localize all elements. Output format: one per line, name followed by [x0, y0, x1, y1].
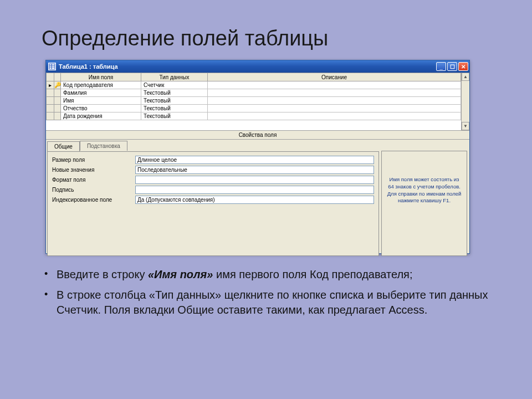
property-row[interactable]: Индексированное поле Да (Допускаются сов… [52, 195, 374, 204]
field-name-cell[interactable]: Фамилия [61, 89, 141, 97]
primary-key-icon: 🔑 [54, 81, 61, 89]
table-row[interactable]: Дата рождения Текстовый [47, 112, 469, 120]
table-row[interactable]: Имя Текстовый [47, 97, 469, 105]
tab-general[interactable]: Общие [47, 141, 80, 151]
description-cell[interactable] [208, 112, 461, 120]
table-row[interactable]: Фамилия Текстовый [47, 89, 469, 97]
data-type-cell[interactable]: Текстовый [141, 89, 208, 97]
properties-panel: Общие Подстановка Размер поля Длинное це… [47, 141, 381, 257]
row-selector[interactable] [47, 112, 54, 120]
window-title: Таблица1 : таблица [59, 63, 436, 70]
col-data-type[interactable]: Тип данных [141, 73, 208, 81]
property-label: Новые значения [52, 167, 135, 173]
field-grid: Имя поля Тип данных Описание ▸ 🔑 Код пре… [46, 73, 469, 131]
row-selector[interactable] [47, 89, 54, 97]
data-type-cell[interactable]: Счетчик [141, 81, 208, 89]
property-value[interactable] [135, 186, 374, 194]
bullet-item: В строке столбца «Тип данных» щелкните п… [40, 288, 499, 318]
scroll-track[interactable] [462, 81, 469, 122]
table-icon [48, 63, 56, 70]
vertical-scrollbar[interactable]: ▲ ▼ [461, 73, 469, 130]
hint-panel: Имя поля может состоять из 64 знаков с у… [381, 151, 467, 256]
property-label: Индексированное поле [52, 197, 135, 203]
scroll-down-button[interactable]: ▼ [462, 122, 469, 130]
slide-title: Определение полей таблицы [0, 0, 532, 55]
data-type-cell[interactable]: Текстовый [141, 112, 208, 120]
description-cell[interactable] [208, 89, 461, 97]
col-description[interactable]: Описание [208, 73, 461, 81]
tab-lookup[interactable]: Подстановка [80, 141, 127, 151]
property-row[interactable]: Формат поля [52, 175, 374, 184]
property-value[interactable]: Длинное целое [135, 156, 374, 164]
slide-bullets: Введите в строку «Имя поля» имя первого … [40, 267, 499, 323]
close-button[interactable]: ✕ [458, 62, 468, 71]
svg-rect-0 [49, 64, 55, 69]
property-value[interactable]: Последовательные [135, 166, 374, 174]
property-label: Формат поля [52, 177, 135, 183]
data-type-cell[interactable]: Текстовый [141, 97, 208, 105]
field-name-cell[interactable]: Код преподавателя [61, 81, 141, 89]
access-design-window: Таблица1 : таблица _ ☐ ✕ Имя поля Тип да… [45, 60, 470, 254]
row-selector[interactable] [47, 105, 54, 112]
key-header [54, 73, 61, 81]
properties-header: Свойства поля [46, 131, 469, 140]
bullet-item: Введите в строку «Имя поля» имя первого … [40, 267, 499, 282]
title-bar[interactable]: Таблица1 : таблица _ ☐ ✕ [46, 60, 469, 73]
minimize-button[interactable]: _ [436, 62, 446, 71]
property-row[interactable]: Новые значения Последовательные [52, 165, 374, 174]
field-name-cell[interactable]: Дата рождения [61, 112, 141, 120]
property-label: Размер поля [52, 157, 135, 163]
table-row[interactable]: ▸ 🔑 Код преподавателя Счетчик [47, 81, 469, 89]
property-label: Подпись [52, 187, 135, 193]
property-value[interactable] [135, 176, 374, 184]
description-cell[interactable] [208, 81, 461, 89]
tab-content-general: Размер поля Длинное целое Новые значения… [47, 151, 379, 256]
description-cell[interactable] [208, 97, 461, 105]
property-value[interactable]: Да (Допускаются совпадения) [135, 196, 374, 204]
description-cell[interactable] [208, 105, 461, 112]
col-field-name[interactable]: Имя поля [61, 73, 141, 81]
row-selector[interactable] [47, 97, 54, 105]
property-row[interactable]: Подпись [52, 185, 374, 194]
row-selector[interactable]: ▸ [47, 81, 54, 89]
data-type-cell[interactable]: Текстовый [141, 105, 208, 112]
table-row[interactable]: Отчество Текстовый [47, 105, 469, 112]
maximize-button[interactable]: ☐ [447, 62, 457, 71]
field-name-cell[interactable]: Имя [61, 97, 141, 105]
row-selector-header [47, 73, 54, 81]
field-name-cell[interactable]: Отчество [61, 105, 141, 112]
property-row[interactable]: Размер поля Длинное целое [52, 155, 374, 164]
scroll-up-button[interactable]: ▲ [462, 73, 469, 81]
